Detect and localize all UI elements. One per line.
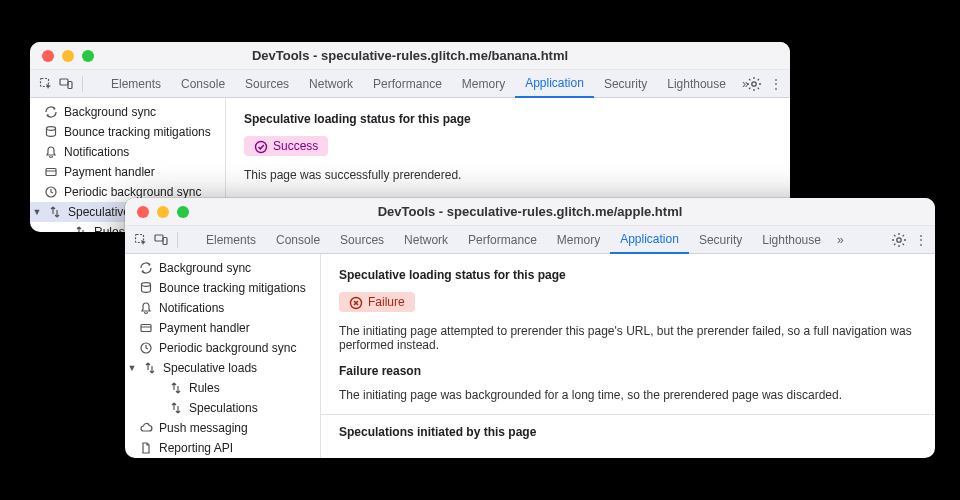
sidebar-item-label: Reporting API [159,441,233,455]
status-description: This page was successfully prerendered. [244,168,772,182]
inspect-icon[interactable] [38,76,54,92]
tab-memory[interactable]: Memory [452,70,515,98]
divider [177,232,178,248]
tab-lighthouse[interactable]: Lighthouse [752,226,831,254]
application-sidebar: Background syncBounce tracking mitigatio… [125,254,321,458]
doc-icon [139,441,153,455]
sidebar-item-label: Background sync [159,261,251,275]
window-minimize-button[interactable] [62,50,74,62]
sidebar-item-speculative-loads[interactable]: ▼Speculative loads [125,358,320,378]
sidebar-item-label: Speculations [189,401,258,415]
titlebar[interactable]: DevTools - speculative-rules.glitch.me/b… [30,42,790,70]
tab-sources[interactable]: Sources [235,70,299,98]
panel-tabs: ElementsConsoleSourcesNetworkPerformance… [196,226,831,254]
tab-application[interactable]: Application [515,70,594,98]
clock-icon [44,185,58,199]
sync-icon [139,261,153,275]
sidebar-item-rules[interactable]: Rules [125,378,320,398]
sidebar-item-push-messaging[interactable]: Push messaging [125,418,320,438]
db-icon [139,281,153,295]
caret-down-icon[interactable]: ▼ [127,363,137,373]
more-menu-icon[interactable]: ⋮ [915,233,927,247]
window-minimize-button[interactable] [157,206,169,218]
device-toggle-icon[interactable] [58,76,74,92]
sidebar-item-label: Push messaging [159,421,248,435]
tab-console[interactable]: Console [266,226,330,254]
device-toggle-icon[interactable] [153,232,169,248]
sidebar-item-label: Speculative loads [163,361,257,375]
traffic-lights [30,50,94,62]
settings-icon[interactable] [746,76,762,92]
sidebar-item-label: Notifications [159,301,224,315]
speculative-loads-panel: Speculative loading status for this page… [321,254,935,458]
failure-reason-heading: Failure reason [339,364,917,378]
tab-memory[interactable]: Memory [547,226,610,254]
sidebar-item-label: Notifications [64,145,129,159]
check-circle-icon [254,140,267,153]
divider [82,76,83,92]
sidebar-item-label: Payment handler [64,165,155,179]
tab-security[interactable]: Security [689,226,752,254]
sidebar-item-label: Bounce tracking mitigations [159,281,306,295]
bell-icon [139,301,153,315]
sidebar-item-periodic-background-sync[interactable]: Periodic background sync [125,338,320,358]
sidebar-item-bounce-tracking-mitigations[interactable]: Bounce tracking mitigations [125,278,320,298]
tab-elements[interactable]: Elements [196,226,266,254]
tab-console[interactable]: Console [171,70,235,98]
status-badge-label: Failure [368,295,405,309]
updown-icon [169,401,183,415]
cloud-icon [139,421,153,435]
card-icon [139,321,153,335]
status-description: The initiating page attempted to prerend… [339,324,917,352]
more-menu-icon[interactable]: ⋮ [770,77,782,91]
tab-sources[interactable]: Sources [330,226,394,254]
status-badge: Failure [339,292,415,312]
caret-down-icon[interactable]: ▼ [32,207,42,217]
window-title: DevTools - speculative-rules.glitch.me/a… [125,204,935,219]
devtools-toolbar: ElementsConsoleSourcesNetworkPerformance… [125,226,935,254]
traffic-lights [125,206,189,218]
sidebar-item-background-sync[interactable]: Background sync [30,102,225,122]
sidebar-item-reporting-api[interactable]: Reporting API [125,438,320,458]
sidebar-item-label: Rules [94,225,125,232]
sidebar-item-label: Rules [189,381,220,395]
tab-security[interactable]: Security [594,70,657,98]
updown-icon [74,225,88,232]
sidebar-item-notifications[interactable]: Notifications [30,142,225,162]
settings-icon[interactable] [891,232,907,248]
updown-icon [48,205,62,219]
sidebar-item-label: Periodic background sync [64,185,201,199]
sidebar-item-label: Background sync [64,105,156,119]
sidebar-item-payment-handler[interactable]: Payment handler [30,162,225,182]
sidebar-item-notifications[interactable]: Notifications [125,298,320,318]
x-circle-icon [349,296,362,309]
inspect-icon[interactable] [133,232,149,248]
window-close-button[interactable] [42,50,54,62]
status-badge-label: Success [273,139,318,153]
status-badge: Success [244,136,328,156]
tab-performance[interactable]: Performance [458,226,547,254]
window-title: DevTools - speculative-rules.glitch.me/b… [30,48,790,63]
status-heading: Speculative loading status for this page [244,112,772,126]
card-icon [44,165,58,179]
more-tabs-icon[interactable]: » [837,233,844,247]
tab-elements[interactable]: Elements [101,70,171,98]
window-close-button[interactable] [137,206,149,218]
failure-reason-text: The initiating page was backgrounded for… [339,388,917,402]
tab-network[interactable]: Network [394,226,458,254]
tab-application[interactable]: Application [610,226,689,254]
sidebar-item-background-sync[interactable]: Background sync [125,258,320,278]
sidebar-item-bounce-tracking-mitigations[interactable]: Bounce tracking mitigations [30,122,225,142]
titlebar[interactable]: DevTools - speculative-rules.glitch.me/a… [125,198,935,226]
window-maximize-button[interactable] [177,206,189,218]
devtools-toolbar: ElementsConsoleSourcesNetworkPerformance… [30,70,790,98]
status-heading: Speculative loading status for this page [339,268,917,282]
tab-performance[interactable]: Performance [363,70,452,98]
window-maximize-button[interactable] [82,50,94,62]
sync-icon [44,105,58,119]
tab-network[interactable]: Network [299,70,363,98]
db-icon [44,125,58,139]
sidebar-item-speculations[interactable]: Speculations [125,398,320,418]
sidebar-item-payment-handler[interactable]: Payment handler [125,318,320,338]
tab-lighthouse[interactable]: Lighthouse [657,70,736,98]
